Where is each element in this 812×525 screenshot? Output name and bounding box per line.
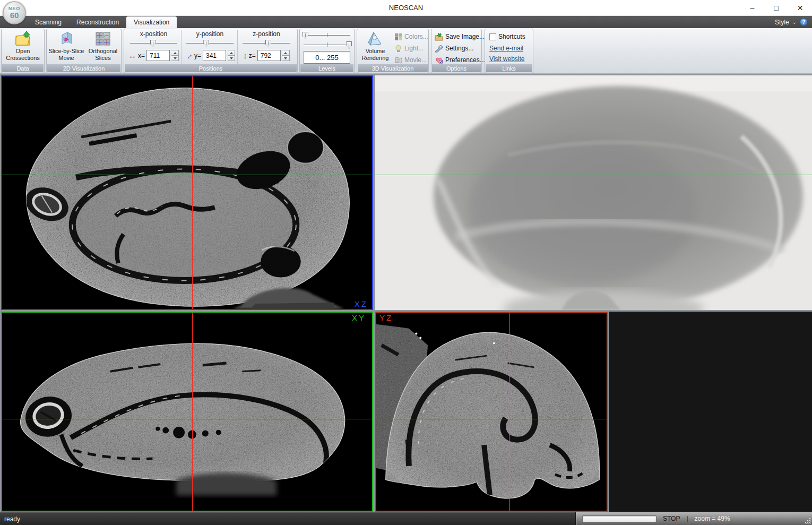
spin-up-button[interactable]: [228, 50, 235, 55]
level-min-slider-thumb[interactable]: [303, 32, 308, 39]
slider-center-tick: [327, 33, 327, 37]
spin-down-button[interactable]: [282, 55, 289, 61]
group-label-positions: Positions: [125, 64, 297, 72]
xz-crosshair-z[interactable]: [2, 175, 372, 175]
triangle-down-icon: [174, 57, 177, 59]
y-position-slider-thumb[interactable]: [203, 40, 209, 47]
xy-view-label: XY: [352, 313, 366, 322]
z-position-slider-thumb[interactable]: [265, 40, 271, 47]
y-position-spinner[interactable]: [228, 50, 235, 61]
slider-track: [186, 43, 234, 44]
window-title: NEOSCAN: [0, 4, 812, 12]
visit-website-row: Visit website: [489, 54, 524, 64]
triangle-down-icon: [284, 57, 287, 59]
spin-down-button[interactable]: [171, 55, 178, 61]
xy-slice-image: [2, 313, 372, 511]
slice-by-slice-movie-button[interactable]: Slice-by-Slice Movie: [48, 31, 85, 62]
x-position-slider[interactable]: [130, 39, 177, 48]
empty-panel: [609, 312, 812, 512]
x-position-spinner[interactable]: [171, 50, 179, 61]
xz-slice-viewport[interactable]: XZ: [1, 75, 373, 310]
z-position-input[interactable]: [257, 50, 281, 61]
triangle-up-icon: [284, 52, 287, 54]
projection-crosshair-z[interactable]: [375, 175, 812, 175]
volume-rendering-button[interactable]: Volume Rendering: [358, 31, 392, 62]
x-position-input[interactable]: [146, 50, 170, 61]
level-max-slider[interactable]: [304, 41, 350, 49]
shortcuts-checkbox[interactable]: [489, 33, 496, 40]
status-separator: |: [686, 515, 688, 522]
group-3d-visualization: Volume Rendering Colors... Light...: [357, 29, 429, 73]
open-crossections-button[interactable]: Open Crossections: [2, 31, 44, 62]
settings-button[interactable]: Settings...: [435, 44, 473, 53]
shortcuts-option[interactable]: Shortcuts: [489, 32, 525, 41]
neoscan-logo: NEO 60: [3, 1, 26, 24]
open-folder-icon: [14, 31, 31, 47]
xy-crosshair-x[interactable]: [192, 313, 193, 511]
light-button: Light...: [394, 44, 424, 53]
maximize-button[interactable]: □: [764, 0, 788, 16]
xz-view-label: XZ: [355, 299, 368, 308]
y-position-slider[interactable]: [186, 39, 234, 48]
slider-center-tick: [264, 41, 264, 45]
logo-text-bottom: 60: [10, 11, 19, 19]
tabstrip-right: Style ⌄ ?: [775, 16, 812, 28]
save-image-button[interactable]: Save Image...: [435, 32, 485, 41]
triangle-up-icon: [174, 52, 177, 54]
level-max-slider-thumb[interactable]: [346, 41, 352, 49]
shortcuts-label: Shortcuts: [498, 33, 525, 40]
minimize-button[interactable]: –: [740, 0, 764, 16]
preferences-button[interactable]: Preferences...: [435, 55, 485, 65]
close-button[interactable]: ✕: [788, 0, 812, 16]
tab-scanning[interactable]: Scanning: [28, 16, 69, 28]
chevron-down-icon[interactable]: ⌄: [792, 19, 797, 25]
group-label-3d-visualization: 3D Visualization: [358, 64, 428, 72]
group-label-levels: Levels: [300, 64, 353, 72]
settings-label: Settings...: [445, 45, 473, 52]
spin-down-button[interactable]: [228, 55, 235, 61]
orthogonal-slices-label: Orthogonal Slices: [85, 48, 121, 62]
visit-website-link[interactable]: Visit website: [489, 55, 524, 63]
orthogonal-slices-button[interactable]: Orthogonal Slices: [85, 31, 121, 62]
level-min-slider[interactable]: [304, 31, 350, 40]
z-position-column: z-position ↕ z=: [239, 30, 294, 65]
group-label-options: Options: [432, 64, 481, 72]
app-window: NEOSCAN – □ ✕ NEO 60 Scanning Reconstruc…: [0, 0, 812, 525]
style-menu[interactable]: Style: [775, 19, 789, 26]
xz-crosshair-x[interactable]: [192, 76, 193, 309]
yz-crosshair-z[interactable]: [509, 313, 509, 511]
xy-crosshair-y[interactable]: [2, 419, 372, 419]
yz-slice-viewport[interactable]: YZ: [375, 312, 608, 512]
volume-rendering-icon: [366, 31, 384, 47]
projection-image: [375, 75, 812, 310]
help-icon[interactable]: ?: [800, 18, 808, 26]
resize-grip-icon[interactable]: [805, 518, 811, 524]
group-label-2d-visualization: 2D Visualization: [47, 64, 120, 72]
colors-label: Colors...: [404, 33, 428, 40]
z-position-spinner[interactable]: [282, 50, 290, 61]
y-position-input[interactable]: [203, 50, 226, 61]
yz-view-label: YZ: [379, 313, 393, 322]
spin-up-button[interactable]: [282, 50, 289, 55]
tab-reconstruction[interactable]: Reconstruction: [69, 16, 126, 28]
z-position-slider[interactable]: [243, 39, 290, 48]
light-label: Light...: [404, 45, 424, 52]
yz-crosshair-y[interactable]: [376, 419, 607, 419]
send-email-link[interactable]: Send e-mail: [489, 45, 523, 52]
save-image-label: Save Image...: [445, 33, 485, 40]
xy-slice-viewport[interactable]: XY: [1, 312, 373, 512]
triangle-up-icon: [230, 52, 233, 54]
movie-button: Movie...: [394, 55, 427, 65]
progress-bar: [582, 515, 656, 522]
projection-viewport[interactable]: [375, 75, 812, 310]
group-label-links: Links: [486, 64, 532, 72]
tab-visualization[interactable]: Visualization: [126, 16, 177, 28]
y-position-title: y-position: [183, 30, 237, 38]
spin-up-button[interactable]: [171, 50, 178, 55]
slider-center-tick: [327, 42, 327, 47]
x-position-slider-thumb[interactable]: [150, 40, 156, 47]
colors-icon: [394, 33, 402, 41]
x-axis-icon: ↔: [128, 52, 136, 59]
movie-label: Movie...: [404, 56, 427, 64]
stop-button[interactable]: STOP: [663, 515, 680, 522]
